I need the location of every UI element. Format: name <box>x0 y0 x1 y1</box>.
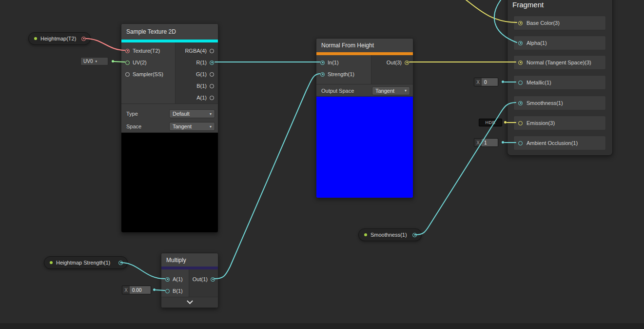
port-heightmap-strength-output[interactable] <box>118 261 123 265</box>
block-metallic[interactable]: Metallic(1) <box>513 75 606 90</box>
axis-label: X <box>122 286 130 294</box>
fragment-context[interactable]: Fragment Base Color(3) Alpha(1) Normal (… <box>507 0 613 156</box>
node-title-label: Multiply <box>166 257 186 263</box>
block-ambient-occlusion[interactable]: Ambient Occlusion(1) <box>513 136 606 150</box>
port-label: A(1) <box>196 95 207 101</box>
fragment-title: Fragment <box>512 0 544 9</box>
input-row-texture: Texture(T2) <box>121 45 175 57</box>
canvas-bottom-edge <box>0 323 644 329</box>
multiply-b-default-field[interactable]: X 0.00 <box>122 286 151 294</box>
token-label: Heightmap Strength(1) <box>56 260 110 266</box>
uv-connector-dot <box>112 60 114 62</box>
shader-graph-canvas[interactable]: Fragment Base Color(3) Alpha(1) Normal (… <box>0 0 644 329</box>
block-label: Metallic(1) <box>527 80 551 85</box>
output-row-g: G(1) <box>176 68 218 80</box>
port-normal[interactable] <box>518 61 523 65</box>
port-label: Sampler(SS) <box>133 71 163 77</box>
port-smoothness-output[interactable] <box>412 233 417 237</box>
port-label: UV(2) <box>133 60 147 65</box>
port-a-input[interactable] <box>165 277 170 282</box>
port-metallic[interactable] <box>518 81 523 85</box>
preview-collapse-toggle[interactable] <box>161 297 218 308</box>
exposed-indicator-dot <box>364 233 367 236</box>
block-smoothness[interactable]: Smoothness(1) <box>513 96 606 110</box>
block-base-color[interactable]: Base Color(3) <box>513 16 606 30</box>
prop-row-space: Space Tangent ▾ <box>121 120 218 133</box>
chevron-down-icon: ▾ <box>95 60 97 63</box>
output-space-dropdown[interactable]: Tangent ▾ <box>372 86 410 95</box>
output-row-out: Out(3) <box>371 57 413 68</box>
input-row-strength: Strength(1) <box>316 68 371 80</box>
input-row-a: A(1) <box>161 273 189 285</box>
property-token-heightmap-strength[interactable]: Heightmap Strength(1) <box>44 256 128 269</box>
port-rgba-output[interactable] <box>210 49 214 53</box>
port-label: Strength(1) <box>328 71 354 77</box>
ambient-occlusion-default-field[interactable]: X 1 <box>474 138 498 147</box>
port-base-color[interactable] <box>518 21 523 25</box>
port-smoothness[interactable] <box>518 101 523 105</box>
dropdown-value: UV0 <box>83 59 93 64</box>
output-row-a: A(1) <box>176 92 218 103</box>
chevron-down-icon: ▾ <box>207 124 212 129</box>
port-g-output[interactable] <box>210 72 214 77</box>
node-sample-texture-2d[interactable]: Sample Texture 2D Texture(T2) UV(2) Samp… <box>121 23 218 233</box>
block-label: Emission(3) <box>527 120 555 126</box>
block-normal-tangent-space[interactable]: Normal (Tangent Space)(3) <box>513 55 606 70</box>
output-row-out: Out(1) <box>189 273 218 285</box>
port-ambient-occlusion[interactable] <box>518 141 523 145</box>
port-label: Out(1) <box>193 276 208 282</box>
type-dropdown[interactable]: Default ▾ <box>169 109 215 118</box>
space-dropdown[interactable]: Tangent ▾ <box>169 122 215 131</box>
ambient-occlusion-connector-dot <box>502 141 504 144</box>
property-token-heightmap[interactable]: Heightmap(T2) <box>28 32 91 45</box>
port-in-input[interactable] <box>320 61 325 65</box>
wire-heightmap-strength-to-a[interactable] <box>121 263 165 279</box>
metallic-value-input[interactable]: 0 <box>482 78 498 86</box>
port-alpha[interactable] <box>518 41 523 45</box>
block-emission[interactable]: Emission(3) <box>513 116 606 130</box>
node-title[interactable]: Normal From Height <box>316 39 413 52</box>
port-uv-input[interactable] <box>125 61 130 65</box>
port-r-output[interactable] <box>210 61 214 65</box>
input-row-b: B(1) <box>161 285 189 297</box>
node-title[interactable]: Sample Texture 2D <box>121 24 218 40</box>
input-row-uv: UV(2) <box>121 57 175 68</box>
port-b-input[interactable] <box>165 289 170 293</box>
axis-label: X <box>474 78 482 86</box>
port-out-output[interactable] <box>211 277 215 282</box>
port-label: B(1) <box>173 288 183 294</box>
port-emission[interactable] <box>518 121 523 125</box>
port-out-output[interactable] <box>405 61 409 65</box>
uv-channel-dropdown[interactable]: UV0 ▾ <box>80 57 108 65</box>
wire-multiply-out-to-strength[interactable] <box>215 74 320 279</box>
port-a-output[interactable] <box>210 96 214 100</box>
ambient-occlusion-value-input[interactable]: 1 <box>482 139 498 146</box>
prop-row-type: Type Default ▾ <box>121 107 218 120</box>
port-label: G(1) <box>196 71 207 77</box>
port-label: RGBA(4) <box>185 48 207 54</box>
block-alpha[interactable]: Alpha(1) <box>513 36 606 50</box>
port-texture-input[interactable] <box>125 49 130 53</box>
property-token-smoothness[interactable]: Smoothness(1) <box>358 228 422 241</box>
multiply-b-value-input[interactable]: 0.00 <box>130 286 151 294</box>
prop-label: Type <box>126 111 138 117</box>
port-sampler-input[interactable] <box>125 72 130 77</box>
emission-hdr-field[interactable]: HDR <box>479 119 502 126</box>
port-b-output[interactable] <box>210 84 214 88</box>
port-strength-input[interactable] <box>320 72 325 77</box>
prop-label: Space <box>126 123 141 129</box>
node-multiply[interactable]: Multiply A(1) B(1) Out(1) <box>161 253 218 308</box>
node-title-label: Sample Texture 2D <box>126 29 176 35</box>
port-label: A(1) <box>173 276 183 282</box>
node-normal-from-height[interactable]: Normal From Height In(1) Strength(1) Out… <box>316 38 413 198</box>
exposed-indicator-dot <box>34 37 37 40</box>
block-label: Ambient Occlusion(1) <box>527 140 578 146</box>
prop-label: Output Space <box>321 88 354 94</box>
port-heightmap-output[interactable] <box>81 37 86 41</box>
node-title[interactable]: Multiply <box>161 253 218 267</box>
metallic-default-field[interactable]: X 0 <box>474 78 498 86</box>
port-label: Out(3) <box>387 60 402 65</box>
node-preview <box>316 96 413 198</box>
wire-heightmap-to-texture[interactable] <box>86 39 125 50</box>
block-label: Normal (Tangent Space)(3) <box>527 60 591 65</box>
